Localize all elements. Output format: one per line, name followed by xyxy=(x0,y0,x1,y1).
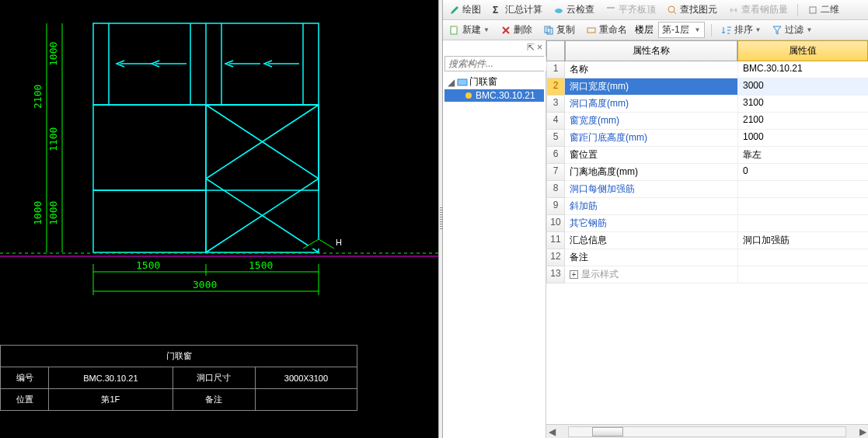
toolbar-top: 绘图 Σ汇总计算 云检查 平齐板顶 查找图元 查看钢筋量 二维 xyxy=(443,0,868,20)
dim-2100: 2100 xyxy=(32,85,44,109)
pin-icon[interactable]: ⇱ xyxy=(527,42,535,53)
delete-icon xyxy=(500,25,511,36)
dim-1000-bot: 1000 xyxy=(47,201,59,225)
svg-rect-29 xyxy=(451,26,457,34)
property-value[interactable]: BMC.30.10.21 xyxy=(737,61,868,78)
folder-icon xyxy=(457,77,468,88)
cad-drawing-area[interactable]: H 1000 1100 1000 2100 1000 1500 1500 300… xyxy=(0,0,438,345)
copy-icon xyxy=(543,25,554,36)
svg-text:Σ: Σ xyxy=(493,5,498,16)
property-header: 属性名称 属性值 xyxy=(546,40,868,61)
property-row[interactable]: 11汇总信息洞口加强筋 xyxy=(546,232,868,249)
close-icon[interactable]: × xyxy=(537,42,542,53)
svg-line-27 xyxy=(674,12,676,14)
filter-button[interactable]: 过滤▼ xyxy=(769,22,815,38)
property-value[interactable]: 2100 xyxy=(737,113,868,130)
expand-icon[interactable]: + xyxy=(570,270,578,279)
align-top-button[interactable]: 平齐板顶 xyxy=(602,2,659,18)
marker-h: H xyxy=(336,238,342,247)
property-value[interactable] xyxy=(737,249,868,266)
info-v2: 3000X3100 xyxy=(255,367,357,389)
cad-viewport-panel: H 1000 1100 1000 2100 1000 1500 1500 300… xyxy=(0,0,438,438)
property-panel: 属性名称 属性值 1名称BMC.30.10.212洞口宽度(mm)30003洞口… xyxy=(546,40,868,438)
rename-button[interactable]: 重命名 xyxy=(583,22,630,38)
tree-item-selected[interactable]: BMC.30.10.21 xyxy=(444,89,544,102)
cad-info-table: 门联窗 编号 BMC.30.10.21 洞口尺寸 3000X3100 位置 第1… xyxy=(0,345,357,411)
sigma-icon: Σ xyxy=(492,5,503,16)
property-row[interactable]: 13+显示样式 xyxy=(546,266,868,283)
view-rebar-button[interactable]: 查看钢筋量 xyxy=(725,2,791,18)
info-h2: 洞口尺寸 xyxy=(173,367,255,389)
info-v4 xyxy=(255,389,357,411)
svg-rect-12 xyxy=(206,105,319,252)
header-prop-value: 属性值 xyxy=(737,40,868,61)
copy-button[interactable]: 复制 xyxy=(540,22,578,38)
info-h1: 编号 xyxy=(1,367,49,389)
rebar-icon xyxy=(728,5,739,16)
property-row[interactable]: 6窗位置靠左 xyxy=(546,147,868,164)
dim-1500-r: 1500 xyxy=(249,259,273,271)
vertical-splitter[interactable] xyxy=(438,0,443,438)
align-icon xyxy=(605,5,616,16)
svg-rect-28 xyxy=(810,7,816,13)
info-h3: 位置 xyxy=(1,389,49,411)
rename-icon xyxy=(586,25,597,36)
property-value[interactable] xyxy=(737,181,868,198)
property-row[interactable]: 8洞口每侧加强筋 xyxy=(546,181,868,198)
component-icon xyxy=(463,90,474,101)
sum-button[interactable]: Σ汇总计算 xyxy=(489,2,546,18)
floor-selector[interactable]: 第-1层▼ xyxy=(658,22,705,38)
view-3d-button[interactable]: 二维 xyxy=(804,2,842,18)
property-row[interactable]: 10其它钢筋 xyxy=(546,215,868,232)
property-value[interactable]: 洞口加强筋 xyxy=(737,232,868,249)
draw-button[interactable]: 绘图 xyxy=(446,2,484,18)
svg-point-24 xyxy=(555,9,563,13)
component-tree-panel: ⇱ × ◢ 门联窗 BMC.30.10.21 xyxy=(443,40,546,438)
svg-rect-35 xyxy=(458,79,467,85)
property-value[interactable]: 0 xyxy=(737,164,868,181)
info-v1: BMC.30.10.21 xyxy=(49,367,173,389)
floor-label: 楼层 xyxy=(635,23,654,36)
svg-point-26 xyxy=(668,6,675,12)
dim-1500-l: 1500 xyxy=(136,259,160,271)
horizontal-scrollbar[interactable]: ◀▶ xyxy=(546,424,868,438)
property-row[interactable]: 3洞口高度(mm)3100 xyxy=(546,96,868,113)
property-grid[interactable]: 1名称BMC.30.10.212洞口宽度(mm)30003洞口高度(mm)310… xyxy=(546,61,868,424)
find-element-button[interactable]: 查找图元 xyxy=(664,2,720,18)
property-row[interactable]: 7门离地高度(mm)0 xyxy=(546,164,868,181)
pencil-icon xyxy=(449,5,460,16)
svg-rect-13 xyxy=(93,190,206,252)
property-value[interactable]: 1000 xyxy=(737,130,868,147)
sort-button[interactable]: 排序▼ xyxy=(718,22,765,38)
property-value[interactable] xyxy=(737,198,868,215)
property-row[interactable]: 1名称BMC.30.10.21 xyxy=(546,61,868,78)
toolbar-mid: 新建▼ 删除 复制 重命名 楼层 第-1层▼ 排序▼ 过滤▼ xyxy=(443,20,868,40)
delete-button[interactable]: 删除 xyxy=(497,22,535,38)
property-row[interactable]: 9斜加筋 xyxy=(546,198,868,215)
svg-point-36 xyxy=(465,92,472,99)
cad-title: 门联窗 xyxy=(1,346,357,367)
info-h4: 备注 xyxy=(173,389,255,411)
property-row[interactable]: 5窗距门底高度(mm)1000 xyxy=(546,130,868,147)
svg-rect-32 xyxy=(587,28,595,33)
property-value[interactable]: 3000 xyxy=(737,78,868,96)
search-box xyxy=(444,56,544,71)
property-value[interactable] xyxy=(737,266,868,283)
svg-rect-25 xyxy=(607,7,615,9)
new-icon xyxy=(449,25,460,36)
property-row[interactable]: 4窗宽度(mm)2100 xyxy=(546,113,868,130)
property-value[interactable]: 3100 xyxy=(737,96,868,113)
tree-root[interactable]: ◢ 门联窗 xyxy=(444,75,544,89)
new-button[interactable]: 新建▼ xyxy=(446,22,493,38)
info-v3: 第1F xyxy=(49,389,173,411)
cube-icon xyxy=(807,5,818,16)
dim-1100: 1100 xyxy=(47,127,59,151)
header-prop-name: 属性名称 xyxy=(565,40,737,61)
cloud-check-button[interactable]: 云检查 xyxy=(550,2,598,18)
property-row[interactable]: 12备注 xyxy=(546,249,868,266)
property-value[interactable]: 靠左 xyxy=(737,147,868,164)
property-row[interactable]: 2洞口宽度(mm)3000 xyxy=(546,78,868,96)
component-tree[interactable]: ◢ 门联窗 BMC.30.10.21 xyxy=(443,73,546,438)
dim-1000-outer: 1000 xyxy=(32,201,44,225)
property-value[interactable] xyxy=(737,215,868,232)
